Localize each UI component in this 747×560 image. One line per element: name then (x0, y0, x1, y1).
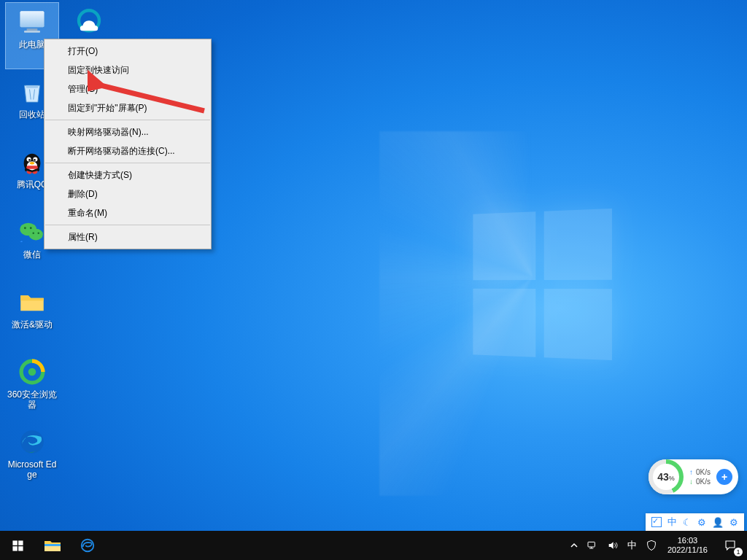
tray-ime[interactable]: 中 (623, 531, 641, 560)
svg-rect-30 (588, 542, 595, 547)
taskbar-clock[interactable]: 16:03 2022/11/16 (662, 531, 713, 560)
ctx-item-disconnect[interactable]: 断开网络驱动器的连接(C)... (44, 141, 211, 160)
svg-point-13 (29, 229, 43, 241)
network-icon (587, 540, 598, 551)
context-menu: 打开(O) 固定到快速访问 管理(G) 固定到"开始"屏幕(P) 映射网络驱动器… (44, 39, 212, 249)
ctx-separator (45, 163, 210, 163)
tray-network[interactable] (582, 531, 603, 560)
svg-rect-25 (12, 546, 17, 551)
desktop-icon-label: Microsoft Edge (6, 459, 58, 480)
desktop[interactable]: 此电脑 回收站 (0, 0, 747, 560)
light-rays-decoration (379, 131, 747, 496)
svg-point-14 (24, 227, 26, 229)
chevron-up-icon (570, 542, 578, 549)
taskbar-edge-legacy[interactable] (70, 531, 105, 560)
notification-badge: 1 (734, 548, 743, 556)
ctx-separator (45, 225, 210, 225)
svg-point-9 (34, 159, 36, 161)
tray-volume[interactable] (603, 531, 623, 560)
svg-rect-1 (20, 11, 44, 27)
network-speed: ↑0K/s ↓0K/s (689, 467, 711, 486)
360-browser-icon (16, 356, 48, 388)
svg-rect-24 (18, 540, 23, 545)
desktop-icon-label: 腾讯QQ (17, 179, 48, 190)
ctx-item-pin-quick[interactable]: 固定到快速访问 (44, 61, 211, 79)
svg-rect-28 (44, 544, 61, 546)
svg-point-16 (33, 233, 34, 234)
system-tray: 中 16:03 2022/11/16 1 (566, 531, 747, 560)
clock-date: 2022/11/16 (667, 545, 708, 555)
svg-rect-2 (27, 28, 38, 31)
windows-logo-wallpaper (473, 209, 611, 360)
memory-percent-unit: % (669, 475, 675, 482)
ctx-item-manage[interactable]: 管理(G) (44, 79, 211, 98)
tray-security[interactable] (641, 531, 662, 560)
desktop-icon-label: 360安全浏览器 (6, 389, 58, 410)
memory-usage-ball[interactable]: 43% (649, 459, 684, 494)
ctx-item-pin-start[interactable]: 固定到"开始"屏幕(P) (44, 98, 211, 117)
cloud-app-icon (73, 6, 105, 38)
svg-point-8 (28, 159, 31, 161)
memory-percent: 43 (657, 471, 669, 483)
action-center-button[interactable]: 1 (713, 531, 747, 560)
start-button[interactable] (0, 531, 35, 560)
ctx-item-delete[interactable]: 删除(D) (44, 184, 211, 203)
net-down: 0K/s (696, 477, 711, 486)
windows-start-icon (12, 540, 24, 552)
svg-rect-11 (26, 166, 38, 168)
svg-rect-26 (18, 546, 23, 551)
desktop-icon-360-browser[interactable]: 360安全浏览器 (6, 353, 58, 419)
clock-time: 16:03 (678, 536, 698, 545)
checkbox-icon[interactable] (651, 517, 662, 527)
svg-rect-23 (12, 540, 17, 545)
ctx-item-properties[interactable]: 属性(R) (44, 228, 211, 246)
edge-icon (16, 426, 48, 458)
gear-icon[interactable]: ⚙ (729, 517, 738, 528)
svg-rect-3 (24, 31, 40, 33)
mini-toolbar[interactable]: 中 ☾ ⚙ 👤 ⚙ (646, 513, 744, 531)
float-accelerator-widget[interactable]: 43% ↑0K/s ↓0K/s + (649, 459, 738, 494)
this-pc-icon (16, 6, 48, 38)
desktop-icon-activate-drivers[interactable]: 激活&驱动 (6, 283, 58, 349)
file-explorer-icon (44, 538, 61, 553)
ctx-item-rename[interactable]: 重命名(M) (44, 203, 211, 222)
thermometer-icon[interactable]: ⚙ (697, 517, 706, 528)
ctx-item-open[interactable]: 打开(O) (44, 42, 211, 61)
ctx-separator (45, 120, 210, 120)
arrow-up-icon: ↑ (689, 467, 693, 477)
moon-icon[interactable]: ☾ (683, 517, 692, 528)
widget-plus-button[interactable]: + (716, 469, 732, 485)
svg-point-19 (28, 368, 36, 376)
shield-icon (646, 540, 657, 551)
arrow-down-icon: ↓ (689, 477, 693, 486)
desktop-icon-label: 激活&驱动 (12, 319, 53, 330)
ctx-item-shortcut[interactable]: 创建快捷方式(S) (44, 166, 211, 184)
svg-point-15 (30, 227, 32, 229)
taskbar: 中 16:03 2022/11/16 1 (0, 531, 747, 560)
minibar-ime[interactable]: 中 (667, 516, 677, 529)
taskbar-explorer[interactable] (35, 531, 70, 560)
svg-point-10 (30, 162, 34, 165)
desktop-icon-label: 回收站 (19, 109, 45, 120)
folder-icon (16, 286, 48, 318)
volume-icon (607, 540, 619, 551)
net-up: 0K/s (696, 467, 711, 477)
desktop-icon-label: 微信 (23, 249, 41, 260)
svg-point-17 (38, 233, 39, 234)
desktop-icon-edge[interactable]: Microsoft Edge (6, 423, 58, 489)
user-icon[interactable]: 👤 (712, 517, 724, 528)
edge-legacy-icon (80, 537, 96, 553)
ctx-item-map-drive[interactable]: 映射网络驱动器(N)... (44, 122, 211, 141)
desktop-icon-label: 此电脑 (19, 39, 45, 50)
tray-overflow[interactable] (566, 531, 582, 560)
